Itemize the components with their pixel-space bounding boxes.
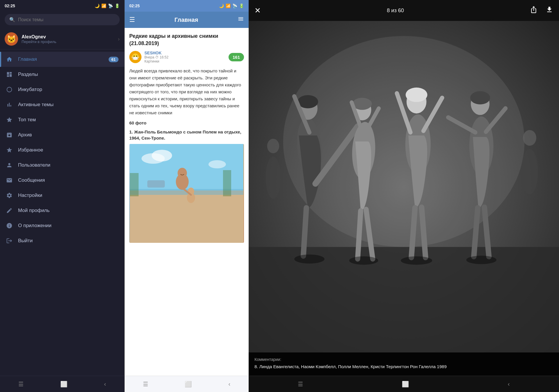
nav-list: Главная 61 Разделы Инкубатор Активные те… [0,49,124,376]
menu-icon[interactable]: ☰ [18,381,24,388]
avatar: 🐱 [5,32,18,46]
sidebar-item-archive[interactable]: Архив [0,127,124,142]
middle-menu-icon[interactable]: ☰ [143,381,148,388]
right-home-nav-icon[interactable]: ⬜ [402,381,409,388]
user-subtitle: Перейти в профиль [22,40,114,44]
viewer-toolbar: ✕ 8 из 60 [249,0,559,21]
sidebar-item-users-label: Пользователи [18,162,50,168]
left-status-bar: 02:25 🌙 📶 📡 🔋 [0,0,124,12]
svg-rect-12 [130,173,139,196]
author-category: Картинки [144,59,159,63]
middle-bottom-nav: ☰ ⬜ ‹ [125,376,249,392]
sidebar-item-incubator[interactable]: Инкубатор [0,82,124,97]
messages-icon [6,177,13,184]
svg-point-52 [466,256,497,264]
sidebar-item-messages-label: Сообщения [18,177,45,183]
download-icon[interactable] [546,6,553,15]
sidebar-item-active-topics-label: Активные темы [18,102,54,108]
svg-point-50 [349,256,378,265]
photo-counter: 8 из 60 [266,8,525,14]
article-image[interactable] [129,144,244,243]
sidebar-item-settings[interactable]: Настройки [0,188,124,203]
svg-point-49 [294,254,325,263]
svg-line-34 [411,208,415,258]
sidebar-item-my-profile[interactable]: Мой профиль [0,203,124,218]
photo-count: 60 фото [129,120,244,125]
author-time: Вчера ⏱ 16:52 [144,55,169,59]
settings-icon [6,192,13,199]
sidebar-item-logout-label: Выйти [18,238,33,244]
sidebar-item-about[interactable]: О приложении [0,218,124,233]
photo-caption: 1. Жан-Поль Бельмондо с сыном Полем на о… [129,129,244,141]
middle-status-icons: 🌙 📶 📡 🔋 [219,3,244,8]
svg-point-45 [521,149,538,194]
svg-point-47 [266,156,281,199]
middle-signal-icon: 📶 [226,3,231,8]
back-nav-icon[interactable]: ‹ [104,381,106,387]
left-status-icons: 🌙 📶 📡 🔋 [95,3,120,8]
about-icon [6,222,13,229]
toolbar-settings-icon[interactable] [238,16,244,24]
share-icon[interactable] [530,6,537,15]
top-topics-icon [6,116,13,123]
sidebar-item-settings-label: Настройки [18,193,42,198]
svg-line-27 [358,211,360,259]
sidebar-item-logout[interactable]: Выйти [0,233,124,248]
svg-rect-14 [147,180,165,188]
search-icon: 🔍 [9,17,15,22]
sidebar-item-home-badge: 61 [109,57,118,62]
search-input[interactable] [18,17,115,22]
users-icon [6,162,13,169]
sidebar-item-users[interactable]: Пользователи [0,158,124,173]
photo-display[interactable] [249,21,559,352]
sections-icon [6,71,13,78]
sidebar-item-top-topics[interactable]: Топ тем [0,112,124,127]
middle-panel: 02:25 🌙 📶 📡 🔋 ☰ Главная Редкие кадры и а… [124,0,249,392]
middle-status-bar: 02:25 🌙 📶 📡 🔋 [125,0,249,12]
middle-wifi-icon: 📡 [232,3,237,8]
wifi-icon: 📡 [108,3,113,8]
sidebar-item-messages[interactable]: Сообщения [0,173,124,188]
chevron-right-icon: › [118,36,120,42]
article-body: Людей всегда привлекало всё, что покрыто… [129,67,244,116]
svg-point-40 [470,91,490,104]
viewer-caption: Комментарии: 8. Линда Евангелиста, Наоми… [249,352,559,376]
sidebar-item-sections[interactable]: Разделы [0,67,124,82]
battery-icon: 🔋 [115,3,120,8]
author-info: SESHOK Вчера ⏱ 16:52 Картинки [144,51,226,63]
sidebar-item-home-label: Главная [18,56,37,62]
home-icon [6,56,13,63]
svg-point-3 [152,150,172,161]
middle-back-nav-icon[interactable]: ‹ [229,381,231,387]
left-bottom-nav: ☰ ⬜ ‹ [0,376,124,392]
home-nav-icon[interactable]: ⬜ [60,381,68,388]
toolbar-title: Главная [174,17,198,23]
right-menu-icon[interactable]: ☰ [298,381,303,388]
user-profile-row[interactable]: 🐱 AlexOgnev Перейти в профиль › [0,29,124,49]
svg-point-4 [208,160,226,168]
sidebar-item-active-topics[interactable]: Активные темы [0,97,124,112]
moon-icon: 🌙 [95,3,100,8]
middle-toolbar: ☰ Главная [125,12,249,28]
reply-count-badge: 161 [229,53,244,61]
search-bar[interactable]: 🔍 [5,14,120,25]
close-icon[interactable]: ✕ [254,6,261,15]
user-name: AlexOgnev [22,34,114,40]
svg-point-46 [523,130,536,146]
archive-icon [6,131,13,138]
my-profile-icon [6,207,13,214]
svg-line-22 [303,208,306,256]
caption-label: Комментарии: [254,357,553,362]
svg-point-33 [406,88,427,102]
sidebar-item-home[interactable]: Главная 61 [0,52,124,67]
right-bottom-nav: ☰ ⬜ ‹ [249,376,559,392]
author-meta: Вчера ⏱ 16:52 Картинки [144,55,226,63]
caption-text: 8. Линда Евангелиста, Наоми Кэмпбелл, По… [254,364,553,370]
svg-point-51 [401,256,432,265]
sidebar-item-sections-label: Разделы [18,72,38,77]
hamburger-icon[interactable]: ☰ [129,16,135,24]
right-back-nav-icon[interactable]: ‹ [508,381,510,387]
middle-home-nav-icon[interactable]: ⬜ [185,381,192,388]
sidebar-item-favorites[interactable]: Избранное [0,142,124,158]
sidebar-item-incubator-label: Инкубатор [18,87,42,92]
